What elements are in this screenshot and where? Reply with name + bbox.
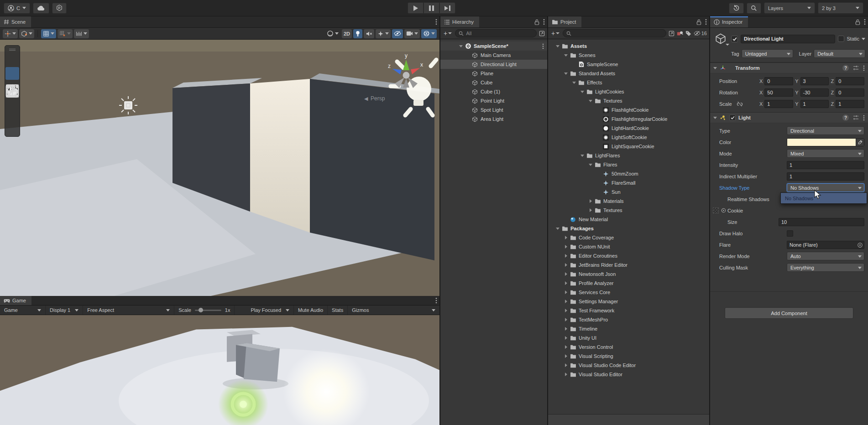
presets-icon[interactable] — [853, 115, 859, 120]
expander-open-icon[interactable] — [554, 225, 561, 232]
hierarchy-item-spot-light[interactable]: Spot Light — [440, 105, 547, 114]
expander-open-icon[interactable] — [458, 43, 464, 49]
eyedropper-icon[interactable] — [856, 139, 864, 146]
light-color-swatch[interactable] — [787, 138, 864, 146]
project-item-flashlightirregularcookie[interactable]: FlashlightIrregularCookie — [548, 114, 709, 124]
light-type-dropdown[interactable]: Directional — [787, 126, 864, 135]
project-item-50mmzoom[interactable]: 50mmZoom — [548, 169, 709, 178]
open-new-window-icon[interactable] — [539, 31, 545, 36]
expander-closed-icon[interactable] — [563, 298, 569, 305]
project-item-effects[interactable]: Effects — [548, 78, 709, 87]
audio-mute-button[interactable] — [364, 29, 374, 38]
layout-dropdown[interactable]: 2 by 3 — [818, 2, 863, 14]
tab-inspector[interactable]: Inspector — [710, 16, 748, 27]
expander-open-icon[interactable] — [579, 88, 586, 95]
scene-visibility-button[interactable] — [392, 29, 403, 38]
project-item-visual-scripting[interactable]: Visual Scripting — [548, 352, 709, 361]
project-item-unity-ui[interactable]: Unity UI — [548, 333, 709, 342]
scale-slider[interactable] — [195, 310, 221, 311]
expander-closed-icon[interactable] — [563, 271, 569, 277]
project-item-lightsquarecookie[interactable]: LightSquareCookie — [548, 142, 709, 151]
expander-open-icon[interactable] — [563, 52, 569, 58]
foldout-icon[interactable] — [713, 117, 717, 119]
play-button[interactable] — [408, 2, 424, 14]
stats-button[interactable]: Stats — [328, 306, 348, 315]
project-search-input[interactable] — [563, 29, 666, 37]
effects-button[interactable] — [376, 29, 391, 38]
project-item-services-core[interactable]: Services Core — [548, 288, 709, 297]
link-broken-icon[interactable] — [737, 101, 743, 107]
project-item-standard-assets[interactable]: Standard Assets — [548, 69, 709, 78]
culling-mask-dropdown[interactable]: Everything — [787, 263, 864, 272]
hierarchy-item-directional-light[interactable]: Directional Light — [440, 60, 547, 69]
mute-audio-button[interactable]: Mute Audio — [294, 306, 328, 315]
project-item-test-framework[interactable]: Test Framework — [548, 306, 709, 315]
scale-z-field[interactable]: 1 — [836, 100, 864, 108]
hierarchy-item-samplescene[interactable]: SampleScene* — [440, 41, 547, 51]
cookie-size-field[interactable]: 10 — [779, 218, 864, 226]
project-item-version-control[interactable]: Version Control — [548, 342, 709, 352]
project-item-flashlightcookie[interactable]: FlashlightCookie — [548, 105, 709, 114]
project-item-textures[interactable]: Textures — [548, 206, 709, 215]
expander-closed-icon[interactable] — [563, 289, 569, 295]
create-asset-button[interactable]: + — [550, 30, 560, 37]
scale-x-field[interactable]: 1 — [764, 100, 793, 108]
position-x-field[interactable]: 0 — [764, 77, 793, 85]
hidden-count-button[interactable]: 16 — [694, 31, 707, 36]
snap-increment-button[interactable] — [74, 29, 89, 38]
shading-mode-button[interactable] — [325, 29, 340, 38]
hierarchy-item-cube-1[interactable]: Cube (1) — [440, 87, 547, 96]
project-item-lightcookies[interactable]: LightCookies — [548, 87, 709, 96]
search-by-type-icon[interactable] — [677, 31, 683, 36]
kebab-menu-icon[interactable] — [864, 19, 866, 25]
hierarchy-item-point-light[interactable]: Point Light — [440, 96, 547, 105]
active-checkbox[interactable] — [731, 36, 738, 42]
display-dropdown[interactable]: Display 1 — [46, 306, 83, 315]
popup-item-no-shadows[interactable]: No Shadows — [781, 193, 867, 203]
lock-icon[interactable] — [696, 19, 701, 25]
kebab-menu-icon[interactable] — [435, 19, 437, 25]
project-item-textures[interactable]: Textures — [548, 96, 709, 105]
project-item-materials[interactable]: Materials — [548, 197, 709, 206]
layers-dropdown[interactable]: Layers — [764, 2, 815, 14]
expander-closed-icon[interactable] — [587, 198, 594, 204]
expander-closed-icon[interactable] — [563, 280, 569, 286]
project-item-textmeshpro[interactable]: TextMeshPro — [548, 315, 709, 324]
game-view-dropdown[interactable]: Game — [0, 306, 46, 315]
pivot-mode-button[interactable] — [3, 29, 18, 38]
project-item-newtonsoft-json[interactable]: Newtonsoft Json — [548, 270, 709, 279]
gizmos-dropdown[interactable]: Gizmos — [348, 306, 439, 315]
tab-hierarchy[interactable]: Hierarchy — [440, 16, 479, 27]
undo-history-button[interactable] — [729, 3, 744, 14]
project-item-packages[interactable]: Packages — [548, 224, 709, 233]
expander-closed-icon[interactable] — [563, 353, 569, 359]
project-item-sun[interactable]: Sun — [548, 187, 709, 197]
lock-icon[interactable] — [855, 19, 860, 25]
static-checkbox[interactable] — [838, 36, 844, 42]
light-mode-dropdown[interactable]: Mixed — [787, 149, 864, 158]
project-item-visual-studio-editor[interactable]: Visual Studio Editor — [548, 370, 709, 379]
position-z-field[interactable]: 0 — [836, 77, 864, 85]
expander-closed-icon[interactable] — [563, 371, 569, 378]
cloud-button[interactable] — [33, 3, 49, 14]
shadow-type-dropdown[interactable]: No Shadows — [787, 183, 864, 192]
pause-button[interactable] — [424, 2, 439, 14]
expander-open-icon[interactable] — [587, 98, 594, 104]
position-y-field[interactable]: 3 — [800, 77, 829, 85]
expander-closed-icon[interactable] — [563, 362, 569, 368]
aspect-dropdown[interactable]: Free Aspect — [83, 306, 174, 315]
rotation-x-field[interactable]: 50 — [764, 88, 793, 97]
handle-rotation-button[interactable] — [19, 29, 34, 38]
2d-toggle-button[interactable]: 2D — [342, 29, 352, 38]
project-item-lightsoftcookie[interactable]: LightSoftCookie — [548, 133, 709, 142]
account-button[interactable]: C — [4, 3, 30, 14]
expander-closed-icon[interactable] — [563, 344, 569, 350]
cookie-thumbnail[interactable] — [713, 207, 719, 213]
tab-game[interactable]: Game — [0, 296, 31, 305]
hierarchy-item-cube[interactable]: Cube — [440, 78, 547, 87]
grid-snap-button[interactable] — [58, 29, 73, 38]
kebab-menu-icon[interactable] — [543, 19, 545, 25]
render-mode-dropdown[interactable]: Auto — [787, 252, 864, 260]
scale-y-field[interactable]: 1 — [800, 100, 829, 108]
chevron-down-icon[interactable] — [862, 38, 865, 40]
